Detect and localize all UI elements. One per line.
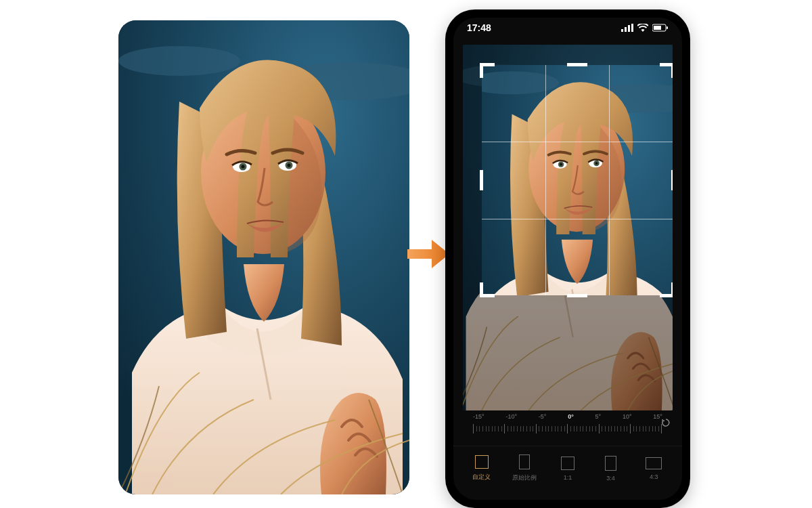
ratio-shape-icon — [646, 457, 662, 469]
crop-handle-br[interactable] — [660, 282, 673, 297]
svg-rect-10 — [621, 29, 623, 32]
ratio-label: 自定义 — [472, 473, 491, 482]
crop-handle-tr[interactable] — [660, 63, 673, 78]
ratio-option-original[interactable]: 原始比例 — [505, 454, 543, 482]
svg-rect-12 — [628, 25, 630, 32]
svg-rect-13 — [631, 24, 633, 32]
reset-straighten-icon[interactable] — [660, 417, 671, 430]
ratio-label: 1:1 — [564, 474, 572, 481]
ratio-option-3:4[interactable]: 3:4 — [592, 456, 630, 482]
crop-canvas[interactable] — [453, 38, 682, 412]
crop-handle-top[interactable] — [567, 63, 587, 66]
status-bar: 17:48 — [453, 18, 682, 38]
straighten-scale[interactable]: -15° -10° -5° 0° 5° 10° 15° — [453, 412, 682, 446]
ratio-option-free[interactable]: 自定义 — [463, 455, 501, 482]
ratio-shape-icon — [475, 455, 489, 469]
crop-handle-right[interactable] — [671, 170, 673, 190]
ratio-shape-icon — [605, 456, 616, 471]
ratio-option-4:3[interactable]: 4:3 — [635, 457, 673, 480]
phone-mockup: 17:48 — [445, 9, 690, 508]
svg-rect-16 — [667, 26, 668, 29]
ratio-label: 4:3 — [650, 473, 658, 480]
original-photo — [118, 20, 409, 494]
svg-rect-11 — [625, 27, 627, 32]
aspect-ratio-row: 自定义原始比例1:13:44:3 — [453, 446, 682, 500]
status-icons — [621, 24, 669, 32]
ratio-label: 原始比例 — [512, 473, 537, 482]
battery-icon — [652, 24, 669, 32]
phone-screen: 17:48 — [453, 18, 682, 500]
portrait-image — [118, 20, 409, 494]
crop-handle-tl[interactable] — [480, 63, 495, 78]
ratio-shape-icon — [561, 457, 574, 470]
signal-icon — [621, 24, 633, 32]
ratio-option-1:1[interactable]: 1:1 — [549, 457, 587, 481]
straighten-labels: -15° -10° -5° 0° 5° 10° 15° — [473, 413, 662, 420]
svg-rect-15 — [654, 26, 661, 30]
editor-photo — [463, 45, 673, 410]
crop-frame[interactable] — [482, 65, 673, 295]
crop-handle-bl[interactable] — [480, 282, 495, 297]
status-time: 17:48 — [467, 22, 491, 33]
ratio-shape-icon — [519, 454, 530, 469]
crop-handle-left[interactable] — [480, 170, 483, 190]
ratio-label: 3:4 — [606, 475, 615, 482]
crop-handle-bottom[interactable] — [567, 294, 587, 297]
wifi-icon — [637, 24, 648, 32]
